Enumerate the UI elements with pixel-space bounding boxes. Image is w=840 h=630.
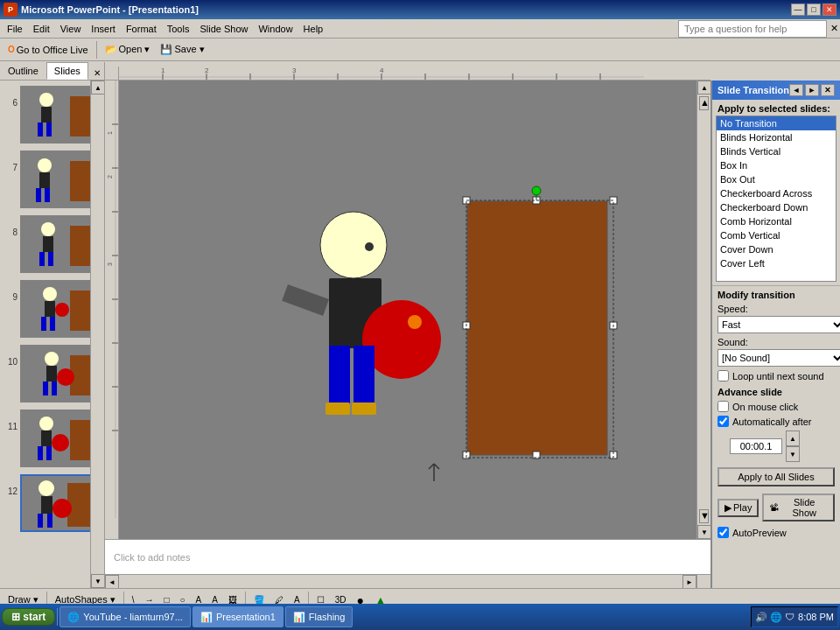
canvas-scroll-down-button[interactable]: ▼ [697, 525, 710, 539]
save-button[interactable]: 💾 Save ▾ [156, 40, 208, 60]
on-mouse-click-checkbox[interactable] [718, 401, 729, 412]
scroll-track [91, 94, 104, 574]
minimize-button[interactable]: — [791, 4, 805, 16]
sound-row: Sound: [712, 335, 840, 349]
canvas-scroll-left-button[interactable]: ◄ [105, 575, 119, 588]
slide-thumbnail-10[interactable] [20, 345, 97, 402]
tp-forward-icon[interactable]: ► [805, 84, 819, 96]
help-search-close[interactable]: ✕ [830, 23, 838, 34]
play-row: ▶ Play 📽 Slide Show [718, 494, 835, 522]
slide-show-button[interactable]: 📽 Slide Show [762, 494, 835, 522]
list-item[interactable]: 11 [5, 410, 97, 467]
play-icon: ▶ [724, 502, 732, 514]
list-item[interactable]: 8 [5, 215, 97, 273]
transition-item-checkerboard-down[interactable]: Checkerboard Down [717, 200, 836, 214]
clock: 8:08 PM [798, 612, 834, 622]
sound-label: Sound: [718, 337, 748, 347]
svg-rect-85 [354, 346, 374, 407]
svg-rect-30 [70, 226, 92, 266]
transition-item-cover-down[interactable]: Cover Down [717, 242, 836, 256]
menu-tools[interactable]: Tools [162, 22, 195, 36]
transition-item-box-out[interactable]: Box Out [717, 172, 836, 186]
canvas-scroll-up-button[interactable]: ▲ [697, 80, 710, 94]
transition-item-blinds-h[interactable]: Blinds Horizontal [717, 130, 836, 144]
auto-preview-checkbox[interactable] [718, 527, 729, 538]
nav-down-button[interactable]: ▼ [699, 509, 709, 523]
scroll-up-button[interactable]: ▲ [91, 80, 105, 94]
tab-outline[interactable]: Outline [0, 62, 46, 80]
help-search-input[interactable] [678, 20, 827, 38]
auto-after-checkbox[interactable] [718, 416, 729, 427]
slide-thumbnail-6[interactable] [20, 86, 97, 144]
scroll-down-button[interactable]: ▼ [91, 574, 105, 588]
list-item[interactable]: 10 [5, 345, 97, 402]
sound-select[interactable]: [No Sound] [718, 349, 840, 367]
transition-item-cover-left[interactable]: Cover Left [717, 256, 836, 270]
office-live-button[interactable]: O Go to Office Live [4, 40, 93, 60]
tp-back-icon[interactable]: ◄ [789, 84, 803, 96]
on-mouse-click-label: On mouse click [732, 402, 798, 412]
maximize-button[interactable]: □ [807, 4, 821, 16]
apply-all-button[interactable]: Apply to All Slides [718, 467, 835, 486]
start-button[interactable]: ⊞ start [2, 608, 55, 626]
on-mouse-click-row[interactable]: On mouse click [712, 399, 840, 414]
list-item[interactable]: 12 [5, 474, 97, 532]
menu-slideshow[interactable]: Slide Show [194, 22, 253, 36]
svg-point-96 [532, 186, 541, 195]
transition-item-comb-v[interactable]: Comb Vertical [717, 228, 836, 242]
open-button[interactable]: 📂 Open ▾ [101, 40, 155, 60]
auto-after-row[interactable]: Automatically after [712, 414, 840, 429]
slide-thumbnail-11[interactable] [20, 410, 97, 467]
tp-close-icon[interactable]: ✕ [821, 84, 835, 96]
slide-thumbnail-12[interactable] [20, 474, 97, 532]
menu-window[interactable]: Window [253, 22, 298, 36]
transition-item-blinds-v[interactable]: Blinds Vertical [717, 144, 836, 158]
menu-help[interactable]: Help [298, 22, 329, 36]
nav-up-button[interactable]: ▲ [699, 96, 709, 110]
transition-item-box-in[interactable]: Box In [717, 158, 836, 172]
transition-item-checkerboard-across[interactable]: Checkerboard Across [717, 186, 836, 200]
slide-thumbnail-8[interactable] [20, 215, 97, 273]
play-button[interactable]: ▶ Play [718, 499, 759, 517]
transition-item-comb-h[interactable]: Comb Horizontal [717, 214, 836, 228]
tab-slides[interactable]: Slides [46, 62, 88, 80]
time-spin-up[interactable]: ▲ [786, 430, 800, 446]
taskbar-item-flashing[interactable]: 📊 Flashing [285, 606, 354, 627]
slide-thumbnail-9[interactable] [20, 280, 97, 338]
notes-placeholder: Click to add notes [114, 552, 190, 563]
svg-point-58 [38, 480, 54, 496]
transition-panel-title: Slide Transition [718, 85, 789, 95]
menu-insert[interactable]: Insert [86, 22, 121, 36]
time-spin-down[interactable]: ▼ [786, 446, 800, 462]
list-item[interactable]: 7 [5, 150, 97, 208]
taskbar-item-presentation[interactable]: 📊 Presentation1 [192, 606, 284, 627]
transition-item-no-transition[interactable]: No Transition [717, 116, 836, 130]
close-button[interactable]: ✕ [822, 4, 836, 16]
notes-area[interactable]: Click to add notes [105, 539, 710, 574]
svg-point-78 [320, 212, 387, 278]
menu-edit[interactable]: Edit [28, 22, 55, 36]
taskbar-item-youtube[interactable]: 🌐 YouTube - liamturn97... [60, 606, 191, 627]
svg-text:1: 1 [161, 66, 165, 74]
menu-format[interactable]: Format [121, 22, 162, 36]
svg-rect-47 [52, 382, 57, 396]
svg-rect-24 [70, 161, 92, 201]
loop-row[interactable]: Loop until next sound [712, 368, 840, 383]
panel-close-button[interactable]: ✕ [90, 66, 104, 80]
system-tray: 🔊 🌐 🛡 8:08 PM [751, 606, 838, 627]
menu-view[interactable]: View [55, 22, 87, 36]
svg-rect-27 [36, 188, 41, 202]
slide-thumbnail-7[interactable] [20, 150, 97, 208]
list-item[interactable]: 9 [5, 280, 97, 338]
auto-preview-row[interactable]: AutoPreview [712, 525, 840, 540]
start-windows-icon: ⊞ [11, 611, 20, 623]
speed-select[interactable]: Fast Medium Slow [718, 316, 840, 333]
menu-file[interactable]: File [2, 22, 28, 36]
transition-list[interactable]: No Transition Blinds Horizontal Blinds V… [716, 116, 836, 282]
loop-checkbox[interactable] [718, 370, 729, 382]
presentation-label: Presentation1 [216, 612, 276, 622]
time-input[interactable] [730, 438, 782, 454]
canvas-scroll-right-button[interactable]: ► [682, 575, 696, 588]
panel-tabs: Outline Slides ✕ [0, 62, 105, 80]
list-item[interactable]: 6 [5, 86, 97, 144]
